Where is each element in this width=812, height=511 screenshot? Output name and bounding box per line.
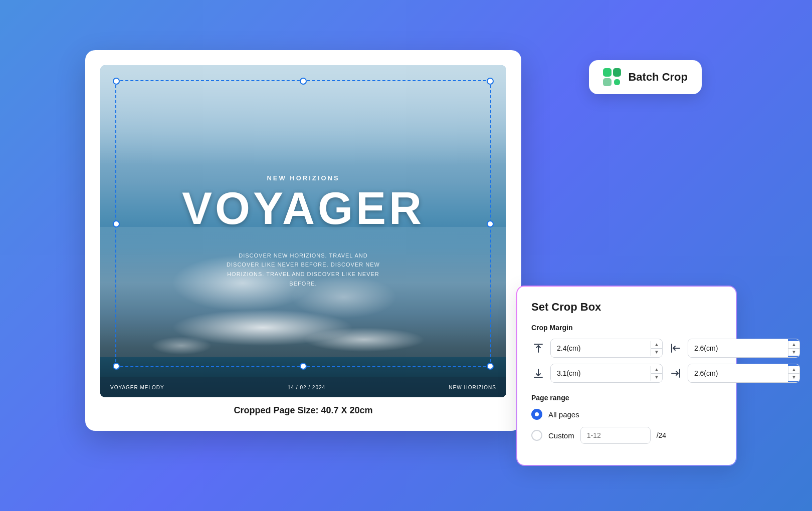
- batch-crop-button[interactable]: Batch Crop: [589, 60, 702, 94]
- left-margin-down[interactable]: ▼: [788, 349, 799, 356]
- footer-right: NEW HORIZIONS: [449, 385, 496, 390]
- bottom-margin-spinners: ▲ ▼: [651, 366, 662, 381]
- pdf-footer: VOYAGER MELODY 14 / 02 / 2024 NEW HORIZI…: [100, 377, 506, 397]
- right-margin-icon: [669, 366, 683, 380]
- top-margin-input[interactable]: [551, 339, 651, 357]
- right-margin-row: ▲ ▼: [669, 364, 800, 383]
- footer-center: 14 / 02 / 2024: [288, 385, 325, 390]
- custom-range-input-wrap: ▾: [580, 427, 651, 444]
- left-margin-up[interactable]: ▲: [788, 341, 799, 349]
- pdf-description: DISCOVER NEW HORIZIONS. TRAVEL AND DISCO…: [223, 251, 383, 289]
- left-margin-icon: [669, 341, 683, 355]
- right-margin-down[interactable]: ▼: [788, 374, 799, 381]
- bottom-margin-input[interactable]: [551, 364, 651, 382]
- top-margin-input-wrap: ▲ ▼: [550, 339, 663, 358]
- left-margin-spinners: ▲ ▼: [788, 341, 799, 356]
- pdf-preview-card: NEW HORIZIONS VOYAGER DISCOVER NEW HORIZ…: [85, 50, 521, 431]
- pdf-main-title: VOYAGER: [182, 186, 425, 231]
- top-margin-down[interactable]: ▼: [651, 349, 662, 356]
- pdf-page: NEW HORIZIONS VOYAGER DISCOVER NEW HORIZ…: [100, 65, 506, 397]
- page-range-section: Page range All pages Custom ▾ /24: [531, 394, 722, 444]
- bottom-margin-input-wrap: ▲ ▼: [550, 364, 663, 383]
- main-container: NEW HORIZIONS VOYAGER DISCOVER NEW HORIZ…: [55, 35, 757, 476]
- all-pages-radio-inner: [535, 412, 539, 416]
- batch-crop-label: Batch Crop: [628, 71, 688, 84]
- total-pages-label: /24: [657, 431, 666, 439]
- bottom-margin-up[interactable]: ▲: [651, 366, 662, 374]
- left-margin-input[interactable]: [688, 339, 788, 357]
- pdf-text-overlay: NEW HORIZIONS VOYAGER DISCOVER NEW HORIZ…: [100, 65, 506, 397]
- crop-panel: Set Crop Box Crop Margin ▲ ▼: [516, 286, 737, 466]
- all-pages-option[interactable]: All pages: [531, 409, 722, 420]
- pdf-subtitle: NEW HORIZIONS: [267, 174, 339, 182]
- custom-range-input[interactable]: [581, 427, 651, 443]
- top-margin-up[interactable]: ▲: [651, 341, 662, 349]
- batch-crop-icon: [603, 68, 621, 86]
- panel-title: Set Crop Box: [531, 301, 722, 314]
- crop-margin-label: Crop Margin: [531, 324, 722, 332]
- top-margin-icon: [531, 341, 545, 355]
- page-range-label: Page range: [531, 394, 722, 402]
- custom-radio[interactable]: [531, 430, 542, 441]
- right-margin-input[interactable]: [688, 364, 788, 382]
- custom-label: Custom: [548, 431, 574, 440]
- left-margin-input-wrap: ▲ ▼: [688, 339, 800, 358]
- right-margin-spinners: ▲ ▼: [788, 366, 799, 381]
- top-margin-row: ▲ ▼: [531, 339, 663, 358]
- custom-range-option[interactable]: Custom ▾ /24: [531, 427, 722, 444]
- bottom-margin-row: ▲ ▼: [531, 364, 663, 383]
- all-pages-radio[interactable]: [531, 409, 542, 420]
- right-margin-input-wrap: ▲ ▼: [688, 364, 800, 383]
- bottom-margin-icon: [531, 366, 545, 380]
- bottom-margin-down[interactable]: ▼: [651, 374, 662, 381]
- right-margin-up[interactable]: ▲: [788, 366, 799, 374]
- top-margin-spinners: ▲ ▼: [651, 341, 662, 356]
- margin-grid: ▲ ▼ ▲ ▼: [531, 339, 722, 383]
- cropped-size-label: Cropped Page Size: 40.7 X 20cm: [234, 405, 372, 416]
- left-margin-row: ▲ ▼: [669, 339, 800, 358]
- footer-left: VOYAGER MELODY: [110, 385, 164, 390]
- all-pages-label: All pages: [548, 410, 579, 419]
